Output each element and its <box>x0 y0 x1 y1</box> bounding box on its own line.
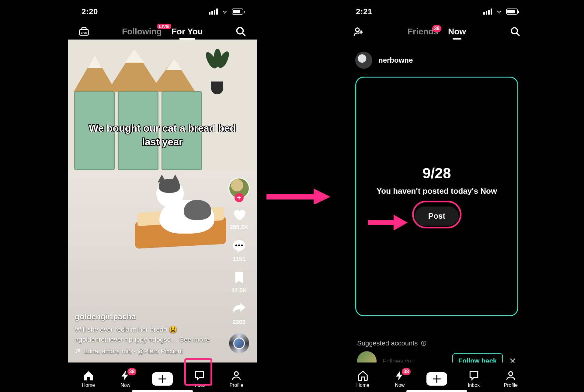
tab-inbox[interactable]: Inbox <box>187 370 212 388</box>
status-bar: 2:20 <box>68 5 257 18</box>
save-button[interactable]: 12.5K <box>231 270 247 294</box>
home-icon <box>83 370 94 381</box>
video-caption[interactable]: Will she ever reclaim her bread 😫 #golde… <box>75 324 220 345</box>
tab-foryou[interactable]: For You <box>172 27 203 36</box>
tab-inbox[interactable]: Inbox <box>462 370 486 388</box>
tab-now[interactable]: 38 Now <box>113 370 137 388</box>
highlight-post-button: Post <box>412 201 461 228</box>
inbox-icon <box>468 370 480 381</box>
battery-icon <box>232 9 243 15</box>
search-icon[interactable] <box>234 25 248 38</box>
action-rail: + 285.2K 1151 12.5K 2203 <box>227 178 251 353</box>
bottom-tab-bar: Home 38 Now Inbox Profile <box>68 363 257 392</box>
cellular-icon <box>483 9 492 15</box>
now-card: 9/28 You haven't posted today's Now Post <box>355 77 518 316</box>
create-button[interactable] <box>426 372 447 386</box>
svg-line-17 <box>516 33 519 36</box>
tab-following-label: Following <box>122 27 162 36</box>
svg-point-21 <box>509 372 513 376</box>
music-row[interactable]: Luna, amore mio - @Piero Piccioni <box>75 346 220 356</box>
phone-right: 2:21 Friends 38 Now <box>342 0 531 392</box>
now-user-row[interactable]: nerbowne <box>355 52 413 69</box>
svg-point-12 <box>238 245 240 246</box>
top-nav: Friends 38 Now <box>342 23 531 41</box>
cellular-icon <box>209 9 218 15</box>
svg-text:LIVE: LIVE <box>81 31 87 34</box>
author-username[interactable]: goldengirlpacha <box>75 311 220 323</box>
tab-home[interactable]: Home <box>76 370 101 388</box>
hanging-plant <box>205 49 229 94</box>
svg-marker-1 <box>88 55 102 68</box>
share-button[interactable]: 2203 <box>231 302 247 325</box>
svg-point-11 <box>235 245 237 246</box>
svg-point-13 <box>241 245 243 246</box>
suggested-accounts-label: Suggested accounts <box>357 339 516 347</box>
post-button[interactable]: Post <box>415 206 459 226</box>
comment-button[interactable]: 1151 <box>231 238 247 262</box>
home-icon <box>357 370 369 381</box>
sound-disc[interactable] <box>229 333 249 353</box>
search-icon[interactable] <box>509 25 522 38</box>
username: nerbowne <box>378 56 413 64</box>
now-badge: 38 <box>127 368 137 375</box>
wall-art <box>73 46 196 92</box>
svg-line-9 <box>242 33 245 36</box>
profile-icon <box>231 370 242 381</box>
author-avatar[interactable]: + <box>228 178 250 199</box>
svg-marker-3 <box>125 49 144 63</box>
status-time: 2:21 <box>356 7 372 16</box>
bottom-tab-bar: Home 38 Now Inbox Profile <box>342 363 531 392</box>
annotation-arrow-right <box>266 189 330 204</box>
follow-plus-icon[interactable]: + <box>235 193 244 202</box>
like-button[interactable]: 285.2K <box>230 207 248 231</box>
tab-friends[interactable]: Friends 38 <box>408 27 438 36</box>
profile-icon <box>505 370 516 381</box>
tab-following[interactable]: Following LIVE <box>122 27 162 36</box>
home-indicator <box>132 390 193 392</box>
video-meta: goldengirlpacha Will she ever reclaim he… <box>75 311 220 356</box>
top-nav: LIVE Following LIVE For You <box>68 23 257 41</box>
inbox-icon <box>194 370 205 381</box>
wifi-icon <box>495 9 503 15</box>
like-count: 285.2K <box>230 224 248 231</box>
svg-marker-25 <box>394 215 408 230</box>
tab-now[interactable]: 38 Now <box>388 370 412 388</box>
home-indicator <box>406 390 467 392</box>
plus-icon <box>431 373 443 385</box>
create-button[interactable] <box>152 372 173 386</box>
svg-point-14 <box>235 372 238 376</box>
wifi-icon <box>221 9 229 15</box>
svg-rect-20 <box>424 343 424 345</box>
save-count: 12.5K <box>231 287 247 294</box>
svg-rect-24 <box>368 220 395 225</box>
user-avatar[interactable] <box>355 52 372 69</box>
tab-create[interactable] <box>425 372 449 386</box>
svg-marker-23 <box>314 189 330 204</box>
tab-profile[interactable]: Profile <box>224 370 249 388</box>
cat <box>159 185 220 234</box>
now-subtitle: You haven't posted today's Now <box>377 186 497 196</box>
see-more-link[interactable]: See more <box>179 336 210 343</box>
status-time: 2:20 <box>82 7 98 16</box>
status-bar: 2:21 <box>342 5 531 18</box>
info-icon[interactable] <box>421 340 427 346</box>
svg-point-15 <box>356 28 359 32</box>
phone-left: We bought our cat a bread bed last year … <box>68 0 257 392</box>
now-badge: 38 <box>402 368 411 375</box>
friends-badge: 38 <box>432 25 441 32</box>
live-icon[interactable]: LIVE <box>77 25 91 38</box>
svg-rect-22 <box>266 194 315 199</box>
now-date: 9/28 <box>422 165 451 182</box>
tab-profile[interactable]: Profile <box>499 370 523 388</box>
tab-create[interactable] <box>150 372 175 386</box>
svg-marker-5 <box>166 58 182 70</box>
comment-count: 1151 <box>233 255 245 262</box>
plus-icon <box>157 373 168 385</box>
add-friend-icon[interactable] <box>352 25 365 38</box>
share-count: 2203 <box>233 319 245 325</box>
music-note-icon <box>75 348 81 354</box>
tab-now[interactable]: Now <box>448 27 466 36</box>
svg-point-19 <box>423 342 424 343</box>
tab-home[interactable]: Home <box>351 370 375 388</box>
live-badge: LIVE <box>157 24 171 29</box>
